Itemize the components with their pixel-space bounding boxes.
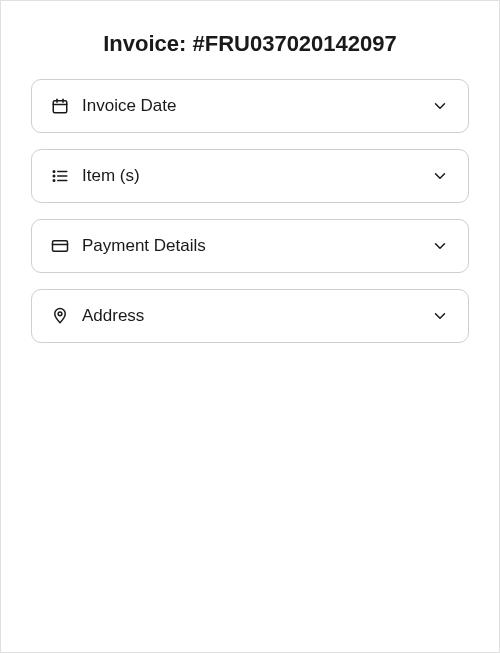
calendar-icon	[50, 96, 70, 116]
section-address[interactable]: Address	[31, 289, 469, 343]
section-label: Payment Details	[82, 236, 430, 256]
svg-point-7	[53, 171, 55, 173]
chevron-down-icon	[430, 96, 450, 116]
chevron-down-icon	[430, 166, 450, 186]
credit-card-icon	[50, 236, 70, 256]
list-icon	[50, 166, 70, 186]
section-invoice-date[interactable]: Invoice Date	[31, 79, 469, 133]
chevron-down-icon	[430, 236, 450, 256]
svg-point-8	[53, 175, 55, 177]
map-pin-icon	[50, 306, 70, 326]
svg-rect-0	[53, 101, 67, 113]
svg-point-9	[53, 180, 55, 182]
section-items[interactable]: Item (s)	[31, 149, 469, 203]
page-title: Invoice: #FRU037020142097	[31, 31, 469, 57]
section-label: Address	[82, 306, 430, 326]
section-label: Item (s)	[82, 166, 430, 186]
section-label: Invoice Date	[82, 96, 430, 116]
svg-rect-10	[53, 241, 68, 252]
invoice-accordion: Invoice Date Item (s)	[31, 79, 469, 343]
section-payment-details[interactable]: Payment Details	[31, 219, 469, 273]
svg-point-12	[58, 312, 62, 316]
chevron-down-icon	[430, 306, 450, 326]
